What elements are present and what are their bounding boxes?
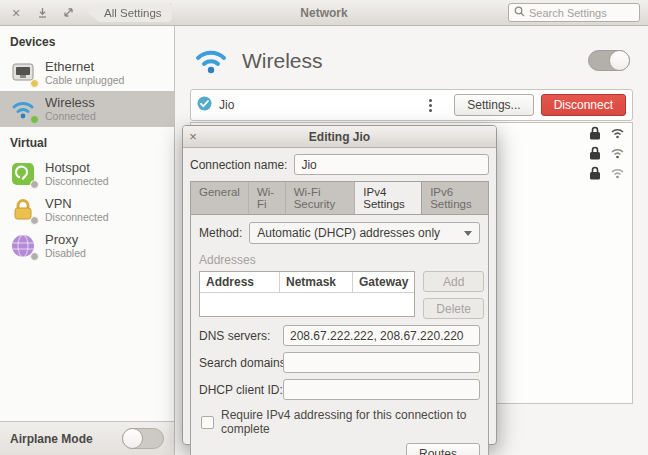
tab-ipv6-settings[interactable]: IPv6 Settings bbox=[422, 182, 488, 214]
dhcp-client-id-input[interactable] bbox=[283, 379, 480, 400]
signal-strength-icon bbox=[610, 127, 625, 139]
dns-row: DNS servers: bbox=[199, 325, 480, 346]
dialog-titlebar: × Editing Jio bbox=[183, 126, 496, 148]
method-row: Method: Automatic (DHCP) addresses only bbox=[199, 222, 480, 244]
sidebar-item-hotspot[interactable]: Hotspot Disconnected bbox=[0, 156, 174, 192]
wireless-status-dot bbox=[30, 115, 39, 124]
method-dropdown[interactable]: Automatic (DHCP) addresses only bbox=[249, 222, 480, 244]
connection-name-input[interactable] bbox=[294, 154, 489, 175]
require-ipv4-label: Require IPv4 addressing for this connect… bbox=[221, 408, 480, 436]
hotspot-status-dot bbox=[30, 180, 39, 189]
airplane-mode-label: Airplane Mode bbox=[10, 432, 93, 446]
ethernet-status: Cable unplugged bbox=[45, 74, 124, 86]
signal-strength-icon bbox=[610, 147, 625, 159]
tab-ipv4-settings[interactable]: IPv4 Settings bbox=[355, 182, 422, 215]
dhcp-client-id-label: DHCP client ID: bbox=[199, 383, 283, 397]
wireless-label: Wireless bbox=[45, 96, 96, 110]
proxy-globe-icon bbox=[10, 233, 36, 259]
search-icon bbox=[514, 6, 525, 20]
hotspot-status: Disconnected bbox=[45, 175, 109, 187]
require-ipv4-checkbox[interactable] bbox=[201, 416, 214, 429]
window-close-icon[interactable]: × bbox=[8, 5, 24, 21]
airplane-mode-toggle[interactable] bbox=[122, 428, 164, 449]
wifi-header-icon bbox=[193, 44, 229, 77]
connection-row[interactable]: Jio Settings... Disconnect bbox=[190, 89, 633, 121]
airplane-mode-bar: Airplane Mode bbox=[0, 421, 175, 455]
addresses-label: Addresses bbox=[199, 253, 480, 267]
all-settings-button[interactable]: All Settings bbox=[88, 3, 172, 22]
settings-button[interactable]: Settings... bbox=[454, 94, 533, 116]
wireless-header: Wireless bbox=[175, 26, 648, 87]
dns-servers-input[interactable] bbox=[283, 325, 480, 346]
search-input[interactable] bbox=[529, 7, 634, 19]
tab-wifi-security[interactable]: Wi-Fi Security bbox=[286, 182, 356, 214]
search-settings-box[interactable] bbox=[508, 3, 640, 22]
dialog-close-icon[interactable]: × bbox=[183, 129, 203, 144]
settings-tabs: General Wi-Fi Wi-Fi Security IPv4 Settin… bbox=[190, 181, 489, 214]
more-options-icon[interactable] bbox=[421, 95, 440, 116]
sidebar-section-devices: Devices bbox=[0, 26, 174, 55]
proxy-status-dot bbox=[30, 252, 39, 261]
routes-button[interactable]: Routes... bbox=[406, 443, 480, 455]
addresses-empty-row[interactable] bbox=[200, 293, 414, 316]
ethernet-icon bbox=[10, 60, 36, 86]
hotspot-icon bbox=[10, 161, 36, 187]
ethernet-status-dot bbox=[30, 79, 39, 88]
sidebar-item-ethernet[interactable]: Ethernet Cable unplugged bbox=[0, 55, 174, 91]
method-label: Method: bbox=[199, 226, 242, 240]
hotspot-label: Hotspot bbox=[45, 161, 109, 175]
window-minimize-icon[interactable] bbox=[34, 5, 50, 21]
vpn-label: VPN bbox=[45, 197, 109, 211]
connection-name-row: Connection name: bbox=[190, 154, 489, 175]
wifi-icon bbox=[10, 96, 36, 122]
sidebar: Devices Ethernet Cable unplugged Wireles… bbox=[0, 26, 175, 421]
add-address-button[interactable]: Add bbox=[423, 271, 484, 292]
sidebar-section-virtual: Virtual bbox=[0, 127, 174, 156]
proxy-status: Disabled bbox=[45, 247, 86, 259]
vpn-status: Disconnected bbox=[45, 211, 109, 223]
addresses-table[interactable]: Address Netmask Gateway bbox=[199, 271, 415, 317]
titlebar: × All Settings Network bbox=[0, 0, 648, 26]
disconnect-button[interactable]: Disconnect bbox=[541, 94, 626, 116]
chevron-down-icon bbox=[464, 231, 472, 236]
sidebar-item-wireless[interactable]: Wireless Connected bbox=[0, 91, 174, 127]
method-value: Automatic (DHCP) addresses only bbox=[257, 226, 440, 240]
column-header-address: Address bbox=[200, 272, 280, 292]
tab-general[interactable]: General bbox=[191, 182, 249, 214]
column-header-netmask: Netmask bbox=[280, 272, 353, 292]
lock-icon bbox=[589, 146, 601, 160]
vpn-lock-icon bbox=[10, 197, 36, 223]
lock-icon bbox=[589, 166, 601, 180]
dhcp-client-id-row: DHCP client ID: bbox=[199, 379, 480, 400]
search-domains-input[interactable] bbox=[283, 352, 480, 373]
search-domains-label: Search domains: bbox=[199, 356, 283, 370]
page-title: Wireless bbox=[242, 49, 323, 73]
vpn-status-dot bbox=[30, 216, 39, 225]
window-maximize-icon[interactable] bbox=[60, 5, 76, 21]
signal-strength-icon bbox=[610, 167, 625, 179]
editing-connection-dialog: × Editing Jio Connection name: General W… bbox=[182, 125, 497, 445]
ipv4-settings-panel: Method: Automatic (DHCP) addresses only … bbox=[190, 214, 489, 455]
connection-name: Jio bbox=[219, 98, 234, 112]
tab-wifi[interactable]: Wi-Fi bbox=[249, 182, 286, 214]
proxy-label: Proxy bbox=[45, 233, 86, 247]
column-header-gateway: Gateway bbox=[353, 272, 414, 292]
search-domains-row: Search domains: bbox=[199, 352, 480, 373]
sidebar-item-vpn[interactable]: VPN Disconnected bbox=[0, 192, 174, 228]
dialog-title: Editing Jio bbox=[183, 130, 496, 144]
wireless-status: Connected bbox=[45, 110, 96, 122]
wireless-toggle[interactable] bbox=[588, 50, 630, 71]
dns-servers-label: DNS servers: bbox=[199, 329, 283, 343]
lock-icon bbox=[589, 126, 601, 140]
connected-check-icon bbox=[197, 96, 212, 114]
ethernet-label: Ethernet bbox=[45, 60, 124, 74]
require-ipv4-row: Require IPv4 addressing for this connect… bbox=[199, 408, 480, 436]
connection-name-label: Connection name: bbox=[190, 158, 287, 172]
delete-address-button[interactable]: Delete bbox=[423, 298, 484, 319]
sidebar-item-proxy[interactable]: Proxy Disabled bbox=[0, 228, 174, 264]
